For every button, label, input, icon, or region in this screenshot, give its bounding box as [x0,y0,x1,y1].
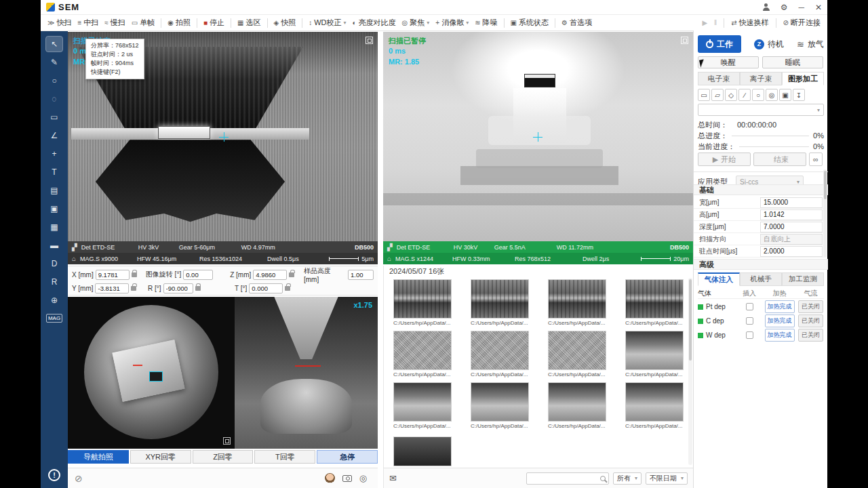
search-icon[interactable] [600,476,606,481]
pattern-select-dropdown[interactable]: ▾ [698,104,824,116]
gallery-thumbnail[interactable] [548,331,606,370]
stage-y-input[interactable] [95,283,129,293]
sample-height-input[interactable] [348,270,374,280]
advanced-section-header[interactable]: 高级 [694,259,828,270]
camera-icon[interactable] [342,475,352,482]
gas-flow-button[interactable]: 已关闭 [798,314,823,327]
alert-icon[interactable]: ! [48,469,60,481]
gallery-thumbnail[interactable] [625,382,684,422]
sleep-button[interactable]: 睡眠 [762,56,823,68]
add-tool-icon[interactable]: ⊕ [46,293,62,308]
pause-icon[interactable]: ‖ [714,19,717,26]
expand-icon[interactable] [366,37,373,44]
tab-pattern-milling[interactable]: 图形加工 [782,72,824,85]
gallery-thumbnail[interactable] [393,382,452,422]
xyr-home-button[interactable]: XYR回零 [130,450,191,464]
param-scan-direction-select[interactable]: 自底向上 [760,234,823,245]
shape-polygon-icon[interactable]: ▱ [711,89,724,101]
stage-t-input[interactable] [249,283,283,293]
param-height-input[interactable]: 1.0142 [760,209,823,220]
gallery-thumbnail[interactable] [393,279,452,319]
gallery-thumbnail[interactable] [471,382,529,422]
lock-icon[interactable] [289,272,294,277]
target-icon[interactable]: ◎ [359,473,367,483]
tab-electron-beam[interactable]: 电子束 [698,72,740,85]
expand-icon[interactable] [681,37,688,44]
shape-circle-icon[interactable]: ○ [752,89,764,101]
toolbar-disconnect[interactable]: ⊘断开连接 [783,18,821,28]
gallery-scrollbar[interactable] [688,278,692,465]
image-rotation-input[interactable] [183,270,213,280]
gas-heat-button[interactable]: 加热完成 [765,300,795,313]
param-dwell-input[interactable]: 2.0000 [760,246,823,257]
sem-image-ion[interactable] [383,32,693,241]
lock-icon[interactable] [195,286,201,291]
gallery-search-input[interactable] [530,474,600,482]
toolbar-slow-scan[interactable]: ≈慢扫 [104,18,125,28]
tab-gas-injection[interactable]: 气体注入 [698,272,740,286]
param-width-input[interactable]: 15.0000 [760,197,823,208]
toolbar-region-select[interactable]: ▦选区 [237,18,260,28]
vent-button[interactable]: ≋放气 [797,39,824,50]
angle-tool-icon[interactable]: ∠ [46,128,62,143]
settings-gear-icon[interactable]: ⚙ [781,3,788,12]
minimize-icon[interactable]: ─ [798,3,804,12]
gas-flow-button[interactable]: 已关闭 [798,300,823,313]
clipboard-icon[interactable]: ▣ [46,201,62,216]
toolbar-medium-scan[interactable]: ≡中扫 [77,18,98,28]
user-icon[interactable] [763,3,770,11]
select-tool-icon[interactable]: ↖ [46,37,62,52]
start-button[interactable]: ▶开始 [698,152,751,166]
stage-z-input[interactable] [253,270,287,280]
sem-viewport-ion[interactable]: 扫描已暂停 0 ms MR: 1.85 ▞ Det ETD-SE HV 30kV… [383,32,693,264]
stage-x-input[interactable] [96,270,130,280]
text-tool-icon[interactable]: T [46,165,62,180]
rotate-r-icon[interactable]: R [46,274,62,289]
basic-section-header[interactable]: 基础 [694,184,828,195]
param-depth-input[interactable]: 7.0000 [760,222,823,232]
stage-r-input[interactable] [163,283,193,293]
photo-corner-icon[interactable] [223,437,231,445]
gallery-thumbnail[interactable] [393,436,452,466]
toolbar-fast-scan[interactable]: ≫快扫 [47,18,71,28]
gallery-thumbnail[interactable] [548,279,606,319]
t-home-button[interactable]: T回零 [254,450,315,464]
annotate-pen-icon[interactable]: ✎ [46,55,62,70]
gallery-thumbnail[interactable] [548,382,606,422]
nav-camera-view[interactable] [68,297,235,449]
panel-scrollbar[interactable] [823,169,827,258]
lock-icon[interactable] [132,272,137,277]
gas-insert-checkbox[interactable] [746,317,753,325]
z-home-button[interactable]: Z回零 [193,450,254,464]
toolbar-brightness-contrast[interactable]: ◐亮度对比度 [353,18,396,28]
work-button[interactable]: 工作 [698,35,741,53]
gas-heat-button[interactable]: 加热完成 [765,314,795,327]
marker-tool-icon[interactable]: + [46,146,62,161]
gallery-filter-type[interactable]: 所有▾ [613,472,642,485]
rect-tool-icon[interactable]: ▭ [46,110,62,125]
toolbar-system-status[interactable]: ▣系统状态 [511,18,549,28]
sample-avatar-icon[interactable] [325,473,335,483]
toolbar-quick-exchange[interactable]: ⇄快速换样 [731,18,768,28]
toolbar-stop[interactable]: ■停止 [203,18,224,28]
toolbar-preferences[interactable]: ⚙首选项 [561,18,592,28]
wake-button[interactable]: 唤醒 [698,56,759,68]
tab-manipulator[interactable]: 机械手 [740,272,782,286]
gas-heat-button[interactable]: 加热完成 [765,329,795,342]
finish-button[interactable]: 结束 [753,152,806,166]
emergency-stop-button[interactable]: 急停 [317,450,378,464]
standby-button[interactable]: Z待机 [754,39,784,50]
ruler-icon[interactable]: ▬ [46,238,62,253]
lock-icon[interactable] [131,286,136,291]
shape-copy-icon[interactable]: ▣ [779,89,791,101]
mag-badge[interactable]: MAG [46,314,62,323]
circle-tool-icon[interactable]: ○ [46,73,62,88]
gallery-thumbnail[interactable] [393,331,452,370]
play-icon[interactable]: ▶ [702,19,707,26]
rotate-d-icon[interactable]: D [46,256,62,271]
gallery-thumbnail[interactable] [625,279,684,319]
gallery-thumbnail[interactable] [625,331,684,370]
shape-rect-icon[interactable]: ▭ [698,89,710,101]
gallery-thumbnail[interactable] [471,279,529,319]
shape-ring-icon[interactable]: ◎ [766,89,778,101]
